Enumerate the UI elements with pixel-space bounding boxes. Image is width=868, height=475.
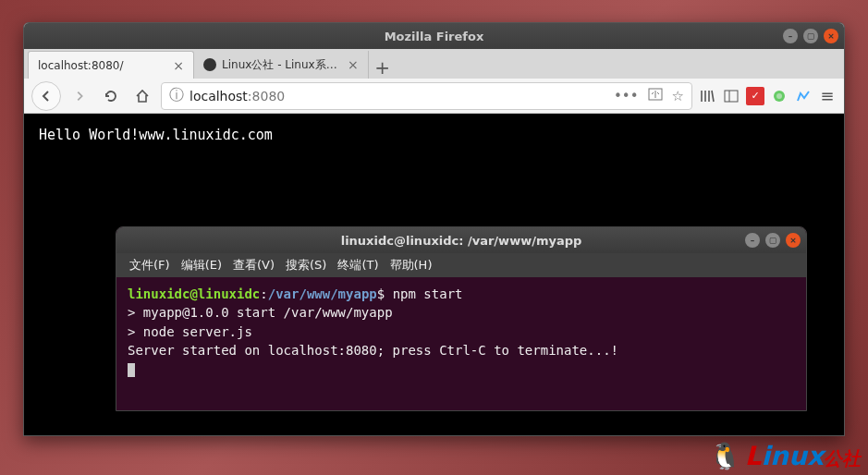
close-tab-icon[interactable]: × [173, 58, 184, 73]
star-icon[interactable]: ☆ [672, 88, 684, 104]
sidebar-icon[interactable] [722, 87, 740, 105]
forward-button[interactable] [67, 83, 92, 109]
close-button[interactable]: × [786, 233, 801, 248]
prompt-user: linuxidc@linuxidc [128, 286, 260, 301]
svg-rect-1 [725, 91, 738, 102]
favicon-icon [203, 58, 216, 71]
cursor-icon [128, 363, 135, 377]
output-line: Server started on localhost:8080; press … [128, 341, 795, 359]
menu-terminal[interactable]: 终端(T) [334, 255, 382, 275]
info-icon[interactable]: ⓘ [169, 86, 184, 105]
menu-file[interactable]: 文件(F) [126, 255, 174, 275]
back-button[interactable] [31, 81, 61, 111]
url-text: localhost:8080 [189, 89, 608, 104]
library-icon[interactable] [698, 87, 716, 105]
terminal-title: linuxidc@linuxidc: /var/www/myapp [341, 234, 582, 248]
more-icon[interactable]: ••• [614, 88, 639, 104]
firefox-title: Mozilla Firefox [385, 30, 484, 43]
menu-search[interactable]: 搜索(S) [282, 255, 330, 275]
extension-red-icon[interactable]: ✓ [746, 87, 764, 105]
output-line: > node server.js [128, 323, 795, 341]
prompt-path: /var/www/myapp [268, 286, 377, 301]
nav-toolbar: ⓘ localhost:8080 ••• ☆ ✓ ≡ [24, 79, 844, 114]
output-line: > myapp@1.0.0 start /var/www/myapp [128, 303, 795, 322]
reader-icon[interactable] [648, 88, 663, 104]
tab-bar: localhost:8080/ × Linux公社 - Linux系统门户 × … [24, 49, 844, 79]
terminal-menubar: 文件(F) 编辑(E) 查看(V) 搜索(S) 终端(T) 帮助(H) [116, 253, 806, 277]
close-button[interactable]: × [824, 29, 838, 43]
tux-icon: 🐧 [709, 441, 741, 471]
tab-linuxidc[interactable]: Linux公社 - Linux系统门户 × [194, 51, 369, 79]
minimize-button[interactable]: – [783, 29, 798, 43]
new-tab-button[interactable]: + [369, 56, 397, 79]
maximize-button[interactable]: ▢ [765, 233, 780, 248]
close-tab-icon[interactable]: × [348, 57, 359, 72]
menu-help[interactable]: 帮助(H) [386, 255, 436, 275]
tab-label: Linux公社 - Linux系统门户 [222, 57, 342, 73]
terminal-body[interactable]: linuxidc@linuxidc:/var/www/myapp$ npm st… [116, 277, 806, 410]
extension-green-icon[interactable] [770, 87, 789, 105]
tab-localhost[interactable]: localhost:8080/ × [28, 51, 194, 79]
extension-blue-icon[interactable] [794, 87, 813, 105]
menu-edit[interactable]: 编辑(E) [177, 255, 226, 275]
page-body-text: Hello World!www.linuxidc.com [39, 127, 273, 143]
maximize-button[interactable]: ▢ [803, 29, 818, 43]
terminal-window: linuxidc@linuxidc: /var/www/myapp – ▢ × … [116, 226, 807, 411]
svg-point-4 [776, 93, 782, 99]
home-button[interactable] [129, 83, 155, 109]
tab-label: localhost:8080/ [38, 59, 124, 72]
minimize-button[interactable]: – [745, 233, 760, 248]
address-bar[interactable]: ⓘ localhost:8080 ••• ☆ [161, 82, 692, 110]
menu-view[interactable]: 查看(V) [229, 255, 278, 275]
reload-button[interactable] [98, 83, 124, 109]
watermark-logo: 🐧 Linux公社 [709, 441, 861, 471]
terminal-titlebar: linuxidc@linuxidc: /var/www/myapp – ▢ × [116, 227, 806, 253]
firefox-titlebar: Mozilla Firefox – ▢ × [24, 23, 844, 49]
menu-button[interactable]: ≡ [818, 87, 837, 105]
